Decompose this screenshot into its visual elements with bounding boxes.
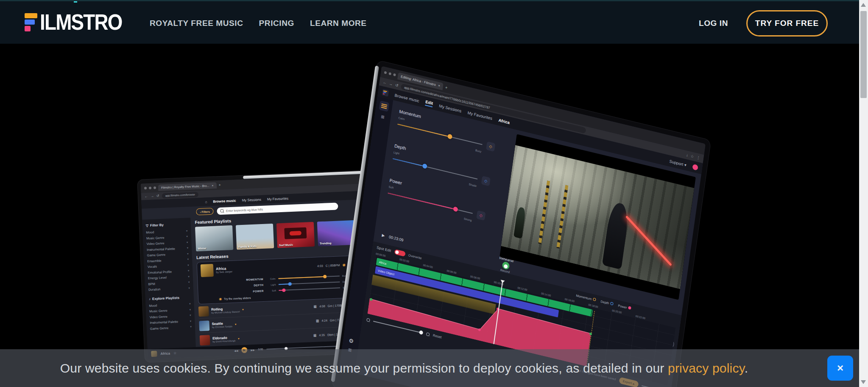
sliders-panel-icon[interactable] [379,101,390,112]
nav-royalty-free-music[interactable]: ROYALTY FREE MUSIC [150,19,243,28]
nav-learn-more[interactable]: LEARN MORE [310,19,367,28]
power-slider-handle[interactable] [453,206,458,212]
scroll-down-arrow-icon[interactable] [861,380,866,384]
browser-tab[interactable]: Filmstro | Royalty Free Music - Bro... × [158,182,217,191]
reset-zoom[interactable]: Reset [433,334,442,339]
timecode: 00:23:09 [388,235,404,242]
chevron-down-icon: ▾ [188,286,190,290]
back-icon[interactable]: ← [145,194,148,198]
track-artwork[interactable] [201,264,214,277]
momentum-slider-handle[interactable] [447,134,452,139]
laptop-right-screen: Editing: Africa - Filmstro × + ← → ↺ app… [339,66,706,387]
cookie-message: Our website uses cookies. By continuing … [60,361,799,376]
login-link[interactable]: LOG IN [699,1,728,45]
depth-slider-handle[interactable] [422,163,427,169]
chevron-down-icon: ▾ [190,320,192,323]
filmstro-logo[interactable]: ILMSTRO [25,13,133,31]
playlist-card-surf-music[interactable]: Surf Music [276,222,315,248]
chevron-down-icon: ▾ [190,325,192,328]
privacy-policy-link[interactable]: privacy policy [668,361,745,375]
back-icon[interactable]: ← [382,80,387,85]
funnel-icon: ▽ [146,224,149,227]
chevron-down-icon: ▾ [188,280,190,284]
nav-my-favourites[interactable]: My Favourites [267,196,289,201]
playlist-card-winter[interactable]: Winter [195,225,233,252]
explore-playlists-header: Explore Playlists [152,296,179,301]
traffic-light-icon [144,187,147,189]
loading-indicator [74,1,77,3]
home-icon[interactable]: ⌂ [205,200,207,204]
page-scrollbar[interactable] [859,0,868,387]
gear-icon[interactable]: ⚙ [348,337,354,345]
spot-edit-toggle[interactable] [394,249,405,257]
video-icon: ▦ [316,319,319,322]
figure-silhouette [514,207,526,239]
download-icon[interactable]: ↓ [686,153,689,157]
scroll-up-arrow-icon[interactable] [861,3,866,7]
try-for-free-button[interactable]: TRY FOR FREE [746,10,828,36]
more-icon[interactable]: ⋮ [696,155,701,160]
laptop-right: Editing: Africa - Filmstro × + ← → ↺ app… [331,60,711,387]
depth-slider-handle[interactable] [288,282,291,286]
primary-nav: ROYALTY FREE MUSIC PRICING LEARN MORE [150,1,367,45]
filmstro-app-icon [382,89,389,96]
scrollbar-thumb[interactable] [860,11,867,98]
sidebar-item-game-genre-2[interactable]: Game Genre▾ [150,324,192,332]
hero-section: Filmstro | Royalty Free Music - Bro... ×… [0,44,868,387]
chevron-down-icon: ▾ [187,241,188,244]
briefcase-icon: ▦ [313,334,317,337]
preview-icon[interactable]: ◉ [342,263,346,267]
new-tab-icon[interactable]: + [445,85,448,90]
nav-edit[interactable]: Edit [425,99,433,107]
power-legend-icon [628,306,631,310]
overlay-slider-icon: ◉ [219,297,222,301]
support-menu[interactable]: Support ▾ [669,159,687,167]
power-keyframe-button[interactable]: ◇ [476,210,486,221]
chevron-down-icon: ▾ [187,246,188,250]
chevron-down-icon: ▾ [189,308,191,311]
forward-icon[interactable]: → [151,194,154,198]
chevron-down-icon[interactable]: ▾ [242,308,244,311]
nav-pricing[interactable]: PRICING [259,19,294,28]
chevron-down-icon: ▾ [188,275,190,278]
playlist-card-trending[interactable]: Trending [317,220,355,247]
forward-icon[interactable]: → [389,81,393,87]
track-sliders: MOMENTUM Calm Busy DEPTH Light Deep [242,274,352,293]
filter-by-header: Filter By [150,223,164,227]
caret-icon: ▾ [684,162,687,167]
close-tab-icon[interactable]: × [438,84,441,88]
playlist-card-family-kids[interactable]: Family & Kids [236,224,274,250]
reload-icon[interactable]: ↺ [156,194,159,198]
zoom-in-icon[interactable] [426,332,430,337]
search-icon [220,209,224,213]
chevron-down-icon[interactable]: ▾ [235,322,237,326]
chevron-down-icon: ▾ [187,264,189,267]
nav-my-sessions[interactable]: My Sessions [242,197,261,202]
url-bar[interactable]: app.filmstro.com/browse [162,192,198,199]
chevron-down-icon: ▾ [186,229,188,233]
sidebar-item-duration[interactable]: Duration▾ [148,285,190,293]
search-placeholder: Enter keywords eg blue hills [226,208,263,212]
depth-keyframe-button[interactable]: ◇ [481,176,491,186]
chevron-down-icon[interactable]: ▾ [238,337,240,340]
close-tab-icon[interactable]: × [212,184,213,187]
queue-icon[interactable]: ▦ [381,114,385,119]
nav-browse-music[interactable]: Browse music [213,199,236,203]
chevron-down-icon: ▾ [189,302,191,306]
momentum-slider-handle[interactable] [323,275,327,278]
new-tab-icon[interactable]: + [218,183,221,187]
momentum-keyframe-button[interactable]: ◇ [486,141,495,151]
depth-legend-icon [610,302,614,306]
chevron-down-icon: ▾ [190,314,191,317]
momentum-legend-icon [593,297,596,301]
playlist-icon: ♪ [149,297,151,301]
filters-button[interactable]: ‹ Filters [196,208,214,216]
reload-icon[interactable]: ↺ [395,83,399,88]
chat-badge-icon[interactable] [692,164,698,171]
play-icon[interactable]: ▶ [382,233,385,238]
star-icon[interactable]: ☆ [690,154,694,159]
cookie-close-button[interactable]: × [827,356,853,381]
zoom-out-icon[interactable] [366,318,370,322]
power-slider-handle[interactable] [282,288,286,292]
chevron-down-icon: ▾ [188,269,190,272]
